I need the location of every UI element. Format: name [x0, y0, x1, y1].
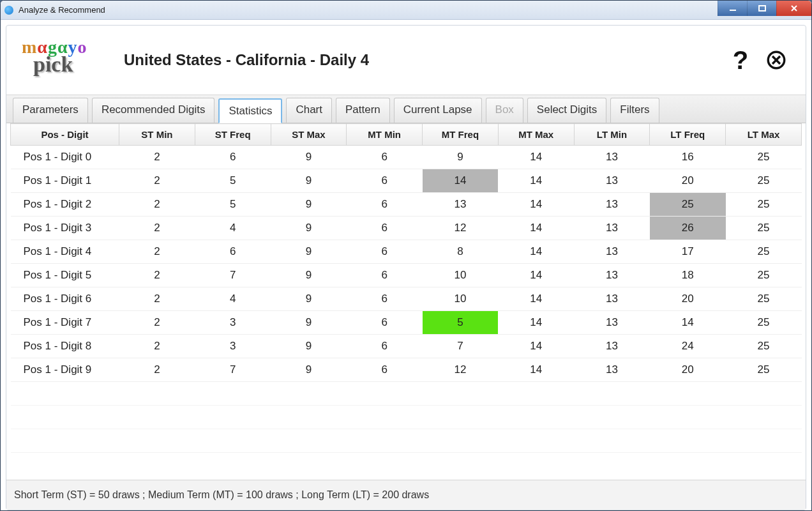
col-header[interactable]: MT Min	[347, 124, 423, 146]
tab-statistics[interactable]: Statistics	[218, 98, 282, 123]
cell-mt_freq: 13	[423, 193, 499, 217]
cell-mt_freq: 10	[423, 287, 499, 311]
cell-mt_max: 14	[498, 358, 574, 382]
cell-mt_min: 6	[347, 240, 423, 264]
cell-mt_freq: 8	[423, 240, 499, 264]
cell-st_freq: 6	[195, 146, 271, 169]
cell-lt_min: 13	[574, 335, 650, 358]
cell-lt_max: 25	[726, 335, 802, 358]
table-row[interactable]: Pos 1 - Digit 42696814131725	[11, 240, 802, 264]
cell-lt_max: 25	[726, 169, 802, 193]
tab-current-lapse[interactable]: Current Lapse	[394, 98, 482, 123]
cell-lt_freq: 25	[650, 193, 726, 217]
table-row[interactable]: Pos 1 - Digit 225961314132525	[11, 193, 802, 217]
col-header[interactable]: MT Freq	[423, 124, 499, 146]
maximize-button[interactable]	[747, 1, 776, 16]
cell-mt_max: 14	[498, 217, 574, 240]
cell-st_max: 9	[271, 311, 347, 335]
help-icon[interactable]: ?	[729, 49, 752, 72]
col-header[interactable]: ST Min	[119, 124, 195, 146]
cell-label: Pos 1 - Digit 5	[11, 264, 119, 287]
grid-wrap[interactable]: Pos - DigitST MinST FreqST MaxMT MinMT F…	[6, 123, 806, 480]
table-row[interactable]: Pos 1 - Digit 324961214132625	[11, 217, 802, 240]
cell-mt_max: 14	[498, 287, 574, 311]
cell-lt_freq: 24	[650, 335, 726, 358]
table-row[interactable]: Pos 1 - Digit 72396514131425	[11, 311, 802, 335]
cell-st_max: 9	[271, 169, 347, 193]
tab-select-digits[interactable]: Select Digits	[527, 98, 606, 123]
cell-lt_freq: 18	[650, 264, 726, 287]
col-header[interactable]: LT Freq	[650, 124, 726, 146]
cell-mt_min: 6	[347, 264, 423, 287]
app-window: Analyze & Recommend mαgαyo pick	[0, 0, 812, 511]
col-header[interactable]: MT Max	[498, 124, 574, 146]
cell-lt_freq: 26	[650, 217, 726, 240]
table-row-empty	[11, 406, 802, 429]
cell-label: Pos 1 - Digit 9	[11, 358, 119, 382]
tab-chart[interactable]: Chart	[286, 98, 332, 123]
minimize-button[interactable]	[718, 1, 747, 16]
cell-label: Pos 1 - Digit 4	[11, 240, 119, 264]
cell-lt_max: 25	[726, 358, 802, 382]
cell-label: Pos 1 - Digit 0	[11, 146, 119, 169]
inner-panel: mαgαyo pick United States - California -…	[6, 25, 806, 510]
cell-lt_max: 25	[726, 287, 802, 311]
cell-st_min: 2	[119, 217, 195, 240]
cell-mt_min: 6	[347, 169, 423, 193]
close-icon[interactable]	[765, 49, 788, 72]
cell-mt_freq: 12	[423, 217, 499, 240]
cell-mt_max: 14	[498, 335, 574, 358]
table-row[interactable]: Pos 1 - Digit 927961214132025	[11, 358, 802, 382]
cell-st_freq: 4	[195, 217, 271, 240]
table-row[interactable]: Pos 1 - Digit 02696914131625	[11, 146, 802, 169]
table-row[interactable]: Pos 1 - Digit 527961014131825	[11, 264, 802, 287]
tab-filters[interactable]: Filters	[610, 98, 659, 123]
col-header[interactable]: LT Min	[574, 124, 650, 146]
window-buttons	[718, 1, 811, 16]
window-close-button[interactable]	[776, 1, 811, 16]
cell-st_min: 2	[119, 264, 195, 287]
svg-rect-1	[759, 6, 765, 11]
cell-st_max: 9	[271, 146, 347, 169]
table-row[interactable]: Pos 1 - Digit 624961014132025	[11, 287, 802, 311]
cell-st_max: 9	[271, 217, 347, 240]
logo-word-2: pick	[33, 52, 105, 77]
cell-lt_min: 13	[574, 311, 650, 335]
cell-st_freq: 5	[195, 193, 271, 217]
cell-mt_max: 14	[498, 193, 574, 217]
cell-lt_min: 13	[574, 217, 650, 240]
client-area: mαgαyo pick United States - California -…	[1, 20, 811, 510]
cell-st_freq: 3	[195, 335, 271, 358]
col-header[interactable]: ST Max	[271, 124, 347, 146]
cell-mt_max: 14	[498, 264, 574, 287]
cell-st_max: 9	[271, 335, 347, 358]
cell-mt_min: 6	[347, 146, 423, 169]
cell-mt_max: 14	[498, 311, 574, 335]
cell-label: Pos 1 - Digit 8	[11, 335, 119, 358]
cell-st_min: 2	[119, 240, 195, 264]
cell-label: Pos 1 - Digit 1	[11, 169, 119, 193]
page-title: United States - California - Daily 4	[124, 51, 369, 69]
cell-lt_min: 13	[574, 264, 650, 287]
cell-st_max: 9	[271, 264, 347, 287]
cell-st_freq: 4	[195, 287, 271, 311]
cell-st_max: 9	[271, 287, 347, 311]
cell-mt_max: 14	[498, 169, 574, 193]
cell-lt_max: 25	[726, 240, 802, 264]
cell-label: Pos 1 - Digit 7	[11, 311, 119, 335]
cell-lt_min: 13	[574, 240, 650, 264]
col-header[interactable]: ST Freq	[195, 124, 271, 146]
cell-st_freq: 7	[195, 358, 271, 382]
cell-mt_freq: 5	[423, 311, 499, 335]
tab-parameters[interactable]: Parameters	[13, 98, 88, 123]
col-header[interactable]: LT Max	[726, 124, 802, 146]
table-row[interactable]: Pos 1 - Digit 82396714132425	[11, 335, 802, 358]
cell-lt_max: 25	[726, 311, 802, 335]
col-header[interactable]: Pos - Digit	[11, 124, 119, 146]
cell-lt_max: 25	[726, 146, 802, 169]
tab-recommended-digits[interactable]: Recommended Digits	[92, 98, 215, 123]
cell-st_min: 2	[119, 335, 195, 358]
tab-pattern[interactable]: Pattern	[336, 98, 390, 123]
cell-lt_freq: 20	[650, 358, 726, 382]
table-row[interactable]: Pos 1 - Digit 125961414132025	[11, 169, 802, 193]
